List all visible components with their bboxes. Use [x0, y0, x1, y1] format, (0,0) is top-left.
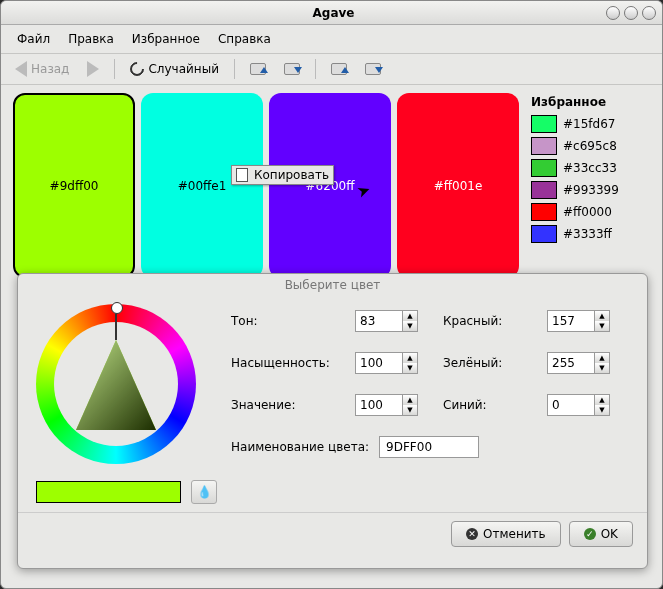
label-blue: Синий:	[443, 398, 533, 412]
context-menu: Копировать	[231, 165, 334, 185]
menu-favorites[interactable]: Избранное	[124, 29, 208, 49]
scheme-import-button[interactable]	[278, 60, 306, 78]
menu-file[interactable]: Файл	[9, 29, 58, 49]
arrow-left-icon	[15, 61, 27, 77]
favorite-swatch	[531, 115, 557, 133]
folder-icon	[284, 63, 300, 75]
spin-down[interactable]: ▼	[595, 321, 609, 331]
spin-down[interactable]: ▼	[403, 321, 417, 331]
folder-icon	[331, 63, 347, 75]
swatch-2[interactable]: #00ffe1	[141, 93, 263, 278]
favorite-item[interactable]: #33cc33	[531, 159, 650, 177]
spin-up[interactable]: ▲	[403, 353, 417, 363]
blue-input[interactable]	[547, 394, 595, 416]
label-colorname: Наименование цвета:	[231, 440, 369, 454]
cancel-button[interactable]: ✕Отменить	[451, 521, 561, 547]
colorname-input[interactable]	[379, 436, 479, 458]
window-title: Agave	[61, 6, 606, 20]
arrow-right-icon	[87, 61, 99, 77]
ok-button[interactable]: ✓OK	[569, 521, 633, 547]
fav-import-button[interactable]	[359, 60, 387, 78]
folder-icon	[250, 63, 266, 75]
swatch-row: #9dff00 #00ffe1 #6200ff #ff001e Копирова…	[13, 93, 519, 278]
favorite-item[interactable]: #ff0000	[531, 203, 650, 221]
spin-up[interactable]: ▲	[595, 353, 609, 363]
folder-icon	[365, 63, 381, 75]
label-green: Зелёный:	[443, 356, 533, 370]
hue-input[interactable]	[355, 310, 403, 332]
label-val: Значение:	[231, 398, 341, 412]
random-button[interactable]: Случайный	[124, 59, 225, 79]
favorite-item[interactable]: #c695c8	[531, 137, 650, 155]
spin-down[interactable]: ▼	[403, 363, 417, 373]
eyedropper-icon: 💧	[197, 485, 212, 499]
spin-up[interactable]: ▲	[595, 395, 609, 405]
hue-handle[interactable]	[115, 304, 117, 340]
sat-input[interactable]	[355, 352, 403, 374]
favorite-swatch	[531, 225, 557, 243]
favorite-item[interactable]: #15fd67	[531, 115, 650, 133]
eyedropper-button[interactable]: 💧	[191, 480, 217, 504]
forward-button[interactable]	[81, 58, 105, 80]
dialog-title: Выберите цвет	[18, 274, 647, 296]
red-input[interactable]	[547, 310, 595, 332]
label-sat: Насыщенность:	[231, 356, 341, 370]
reload-icon	[128, 59, 148, 79]
fav-export-button[interactable]	[325, 60, 353, 78]
swatch-1[interactable]: #9dff00	[13, 93, 135, 278]
toolbar: Назад Случайный	[1, 54, 662, 85]
favorite-swatch	[531, 137, 557, 155]
ok-icon: ✓	[584, 528, 596, 540]
menu-edit[interactable]: Правка	[60, 29, 122, 49]
menu-help[interactable]: Справка	[210, 29, 279, 49]
spin-down[interactable]: ▼	[595, 405, 609, 415]
context-menu-copy[interactable]: Копировать	[254, 168, 329, 182]
back-button[interactable]: Назад	[9, 58, 75, 80]
favorite-swatch	[531, 203, 557, 221]
label-hue: Тон:	[231, 314, 341, 328]
spin-up[interactable]: ▲	[403, 311, 417, 321]
favorites-sidebar: Избранное #15fd67 #c695c8 #33cc33 #99339…	[531, 93, 650, 278]
favorite-item[interactable]: #3333ff	[531, 225, 650, 243]
favorites-title: Избранное	[531, 93, 650, 115]
label-red: Красный:	[443, 314, 533, 328]
favorite-swatch	[531, 181, 557, 199]
close-button[interactable]	[642, 6, 656, 20]
scheme-export-button[interactable]	[244, 60, 272, 78]
spin-up[interactable]: ▲	[403, 395, 417, 405]
val-input[interactable]	[355, 394, 403, 416]
spin-up[interactable]: ▲	[595, 311, 609, 321]
maximize-button[interactable]	[624, 6, 638, 20]
minimize-button[interactable]	[606, 6, 620, 20]
color-triangle[interactable]	[76, 340, 156, 430]
cancel-icon: ✕	[466, 528, 478, 540]
copy-icon	[236, 168, 248, 182]
favorite-item[interactable]: #993399	[531, 181, 650, 199]
favorite-swatch	[531, 159, 557, 177]
green-input[interactable]	[547, 352, 595, 374]
color-picker-dialog: Выберите цвет Тон: ▲▼ Красный: ▲▼ Насыще…	[17, 273, 648, 569]
swatch-3[interactable]: #6200ff	[269, 93, 391, 278]
menubar: Файл Правка Избранное Справка	[1, 25, 662, 54]
swatch-4[interactable]: #ff001e	[397, 93, 519, 278]
spin-down[interactable]: ▼	[403, 405, 417, 415]
preview-swatch	[36, 481, 181, 503]
spin-down[interactable]: ▼	[595, 363, 609, 373]
color-wheel[interactable]	[36, 304, 196, 464]
